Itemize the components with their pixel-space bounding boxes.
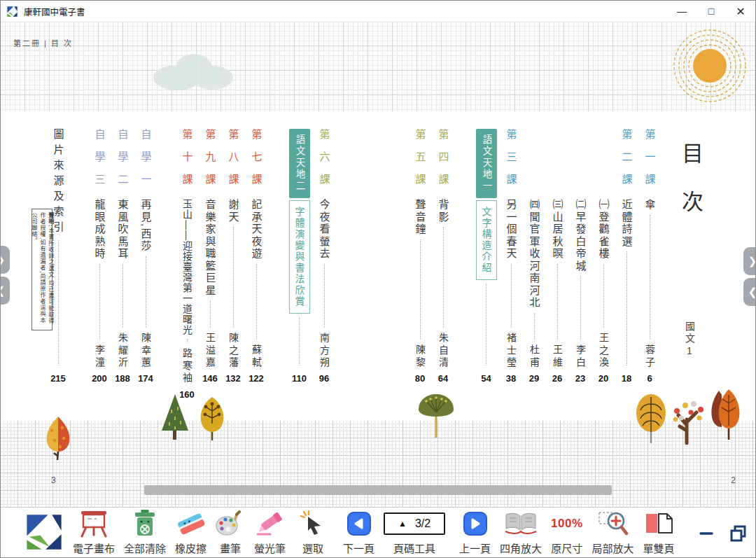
tool-canvas[interactable]: 電子畫布 <box>73 508 115 558</box>
language-corner-title: 字體演變與書法欣賞 <box>289 200 310 314</box>
lesson-number-label: 自學三 <box>92 129 107 199</box>
toc-entry-4[interactable]: ㈢山居秋暝王維26 <box>550 129 565 384</box>
toc-right-page: 第一課傘蓉子6第二課近體詩選18㈠登鸛雀樓王之渙20㈡早發白帝城李白23㈢山居秋… <box>412 129 657 384</box>
language-corner-title: 文字構造介紹 <box>476 200 497 280</box>
toc-entry-2[interactable]: 第七課記承天夜遊蘇軾122 <box>248 129 264 384</box>
tool-page-number[interactable]: ▲ 3/2 頁碼工具 <box>384 508 445 558</box>
tool-label: 螢光筆 <box>254 540 286 555</box>
language-corner-badge: 語文天地一 <box>476 129 497 198</box>
entry-title: 記承天夜遊 <box>249 199 264 260</box>
toc-entry-1[interactable]: 語文天地二字體演變與書法欣賞110 <box>290 129 309 384</box>
lesson-number-label: 第十課 <box>180 129 195 199</box>
toc-entry-3[interactable]: 第八課謝天陳之藩132 <box>225 129 241 384</box>
entry-title: ㈢山居秋暝 <box>550 199 565 260</box>
tool-corner-zoom[interactable]: 四角放大 <box>500 508 542 558</box>
toc-entry-1[interactable]: 第二課近體詩選18 <box>619 129 634 384</box>
toc-entry-8[interactable]: 第四課背影朱自清64 <box>435 129 451 384</box>
triangle-up-icon: ▲ <box>398 519 407 529</box>
toc-entry-6[interactable]: 自學一再見,西莎陳幸蕙174 <box>138 129 153 384</box>
dotted-leader <box>603 264 604 328</box>
entry-title: ㈡早發白帝城 <box>573 199 588 272</box>
toolbar-restore-button[interactable] <box>729 522 748 545</box>
entry-author: 王維 <box>550 344 564 369</box>
tool-single-double-page[interactable]: 單雙頁 <box>643 508 675 558</box>
tool-original-size[interactable]: 100% 原尺寸 <box>551 508 582 558</box>
tool-prev-page[interactable]: 上一頁 <box>459 508 491 558</box>
right-page-number: 2 <box>731 475 736 485</box>
right-edge-prev-arrow[interactable]: ❮ <box>743 278 756 306</box>
toc-entry-8[interactable]: 自學三龍眼成熟時李潼200 <box>92 129 107 384</box>
toc-entry-6[interactable]: 第三課另一個春天褚士瑩38 <box>503 129 519 384</box>
minimize-button[interactable]: — <box>667 1 696 22</box>
toc-entry-0[interactable]: 第一課傘蓉子6 <box>642 129 657 384</box>
title-bar: 康軒國中電子書 — □ ✕ <box>1 1 755 22</box>
tool-brush[interactable]: 畫筆 <box>216 508 245 558</box>
entry-title: ㈠登鸛雀樓 <box>596 199 611 260</box>
tool-label: 原尺寸 <box>551 540 582 555</box>
toc-entry-9[interactable]: 第五課聲音鐘陳黎80 <box>412 129 428 384</box>
dotted-leader <box>122 264 123 328</box>
toc-entry-7[interactable]: 語文天地一文字構造介紹54 <box>477 129 496 384</box>
entry-page-number: 146 <box>202 373 218 384</box>
dotted-leader <box>534 313 535 340</box>
toc-entry-3[interactable]: ㈡早發白帝城李白23 <box>573 129 588 384</box>
entry-title: 再見,西莎 <box>139 199 153 253</box>
entry-page-number: 188 <box>115 373 130 384</box>
palette-brush-icon <box>216 508 245 540</box>
easel-icon <box>79 508 108 540</box>
toc-entry-4[interactable]: 第九課音樂家與職籃巨星王溢嘉146 <box>202 129 218 384</box>
tool-clear-all[interactable]: 全部清除 <box>124 508 166 558</box>
toc-entry-5[interactable]: ㈣聞官軍收河南河北杜甫29 <box>526 129 542 384</box>
right-edge-next-arrow[interactable]: ❯ <box>743 247 756 275</box>
entry-author: 南方朔 <box>317 333 331 370</box>
entry-page-number: 38 <box>506 373 516 384</box>
entry-author: 李白 <box>573 344 587 369</box>
entry-author: 蓉子 <box>643 344 657 369</box>
lesson-number-label: 自學二 <box>115 129 130 199</box>
tool-label: 四角放大 <box>500 540 542 555</box>
entry-author: 路寒袖 <box>180 348 194 385</box>
entry-page-number: 80 <box>415 373 425 384</box>
single-double-page-icon <box>644 508 673 540</box>
close-button[interactable]: ✕ <box>726 1 755 22</box>
dotted-leader <box>256 264 257 340</box>
tool-eraser[interactable]: 橡皮擦 <box>175 508 206 558</box>
page-indicator-box[interactable]: ▲ 3/2 <box>384 512 445 535</box>
lesson-number-label: 第六課 <box>317 129 332 199</box>
entry-page-number: 18 <box>622 373 631 384</box>
entry-page-number: 54 <box>481 373 491 384</box>
left-edge-next-arrow[interactable]: ❯ <box>0 246 10 274</box>
left-edge-prev-arrow[interactable]: ❮ <box>0 277 10 305</box>
copyright-note-box: 聲明:本書所收錄之選文,均已盡可能取得作者授權,如有遺漏者,尚請原作者逕與本公司… <box>31 209 52 330</box>
entry-page-number: 132 <box>225 373 241 384</box>
toc-entry-7[interactable]: 自學二東風吹馬耳朱耀沂188 <box>115 129 130 384</box>
entry-title: 另一個春天 <box>504 199 519 260</box>
prev-page-icon <box>463 508 487 540</box>
toc-entry-0[interactable]: 第六課今夜看螢去南方朔96 <box>316 129 332 384</box>
tool-next-page[interactable]: 下一頁 <box>343 508 374 558</box>
tool-select[interactable]: 選取 <box>300 508 326 558</box>
toolbar-minimize-button[interactable] <box>699 522 714 545</box>
toc-entry-2[interactable]: ㈠登鸛雀樓王之渙20 <box>596 129 611 384</box>
entry-author: 陳黎 <box>413 344 427 369</box>
tool-label: 下一頁 <box>343 540 374 555</box>
tool-label: 局部放大 <box>592 540 634 555</box>
toc-entry-5[interactable]: 第十課玉山——迎接臺灣第一道曙光路寒袖160 <box>179 129 195 384</box>
tool-label: 橡皮擦 <box>175 540 206 555</box>
page-title: 目次 <box>675 142 706 239</box>
page-indicator-value: 3/2 <box>415 517 430 530</box>
tool-partial-zoom[interactable]: 局部放大 <box>592 508 634 558</box>
maximize-button[interactable]: □ <box>696 1 726 22</box>
toc-left-page: 第六課今夜看螢去南方朔96語文天地二字體演變與書法欣賞110第七課記承天夜遊蘇軾… <box>50 129 332 384</box>
dotted-leader <box>99 264 100 340</box>
tool-highlighter[interactable]: 螢光筆 <box>254 508 286 558</box>
tree-umbrella-icon <box>416 391 456 440</box>
tool-label: 畫筆 <box>220 540 241 555</box>
tree-orange-leaf-icon <box>43 415 74 461</box>
entry-author: 李潼 <box>92 344 106 369</box>
horizontal-scrollbar-thumb[interactable] <box>144 485 612 495</box>
ebook-app-window: 康軒國中電子書 — □ ✕ 第二冊 | 目 次 目次 國文1 第一課傘蓉子6第二… <box>0 0 756 558</box>
dotted-leader <box>187 339 188 343</box>
entry-page-number: 29 <box>529 373 539 384</box>
entry-page-number: 6 <box>647 373 652 384</box>
